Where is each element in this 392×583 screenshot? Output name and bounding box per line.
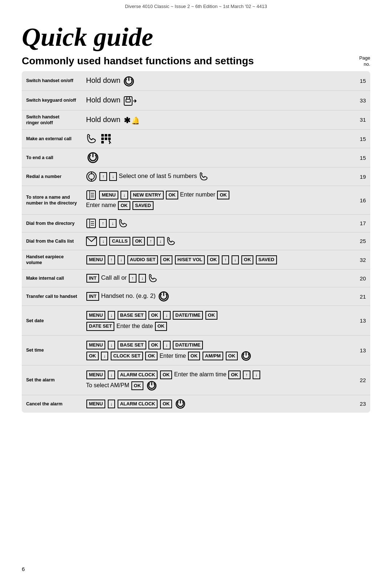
key-up-alarm: ↑ xyxy=(243,371,250,379)
label-cancel-alarm: Cancel the alarm xyxy=(22,395,82,413)
page-cancel-alarm: 23 xyxy=(355,395,370,413)
key-ok-vol1: OK xyxy=(160,255,173,264)
key-up-calls: ↑ xyxy=(147,237,155,246)
label-set-alarm: Set the alarm xyxy=(22,365,82,395)
svg-rect-9 xyxy=(101,134,104,137)
key-down-date1: ↓ xyxy=(108,311,115,320)
label-switch-handset: Switch handset on/off xyxy=(22,71,82,90)
svg-text:🔔: 🔔 xyxy=(131,116,139,125)
key-saved-vol: SAVED xyxy=(256,255,277,264)
page-set-time: 13 xyxy=(355,336,370,365)
svg-rect-5 xyxy=(126,99,130,102)
page-set-date: 13 xyxy=(355,306,370,336)
call-icon-int xyxy=(148,273,158,283)
action-external-call xyxy=(82,130,355,148)
page-dial-directory: 17 xyxy=(355,214,370,232)
key-ok-alarm2: OK xyxy=(228,371,241,379)
action-end-call xyxy=(82,148,355,167)
book-icon-store xyxy=(86,190,96,200)
key-ok-date1: OK xyxy=(148,311,161,320)
keypad-icon xyxy=(101,133,111,144)
top-bar: Diverse 4010 Classic ~ Issue 2 ~ 6th Edi… xyxy=(0,0,392,12)
page-title: Quick guide xyxy=(22,23,370,52)
action-set-date: MENU ↓ BASE SET OK ↓ DATE/TIME OK DATE S… xyxy=(82,306,355,336)
key-ok-store1: OK xyxy=(166,191,178,199)
action-store-directory: MENU ↓ NEW ENTRY OK Enter number OK Ente… xyxy=(82,186,355,215)
svg-rect-11 xyxy=(108,134,111,137)
label-set-date: Set date xyxy=(22,306,82,336)
power-icon-alarm xyxy=(147,381,157,391)
action-ringer: Hold down ✱ 🔔 xyxy=(82,110,355,130)
label-external-call: Make an external call xyxy=(22,130,82,148)
key-down2-vol: ↓ xyxy=(232,255,239,264)
svg-point-19 xyxy=(89,174,94,179)
svg-rect-12 xyxy=(101,138,104,140)
key-down-time3: ↓ xyxy=(101,352,109,360)
book-icon-dial xyxy=(86,218,96,228)
row-dial-directory: Dial from the directory ↑ ↓ xyxy=(22,214,370,232)
svg-rect-13 xyxy=(105,138,107,140)
row-set-time: Set time MENU ↓ BASE SET OK ↓ DATE/TIME … xyxy=(22,336,370,365)
page-redial: 19 xyxy=(355,167,370,186)
key-ok-calls: OK xyxy=(132,237,145,246)
key-down-time2: ↓ xyxy=(163,341,171,349)
key-down-cancel: ↓ xyxy=(108,400,115,408)
svg-rect-14 xyxy=(108,138,111,140)
phone-icon xyxy=(86,133,98,144)
key-up-int: ↑ xyxy=(129,274,136,283)
key-menu-store: MENU xyxy=(99,191,118,199)
action-set-alarm: MENU ↓ ALARM CLOCK OK Enter the alarm ti… xyxy=(82,365,355,395)
row-dial-calls: Dial from the Calls list ↓ CALLS OK ↑ ↓ xyxy=(22,232,370,250)
action-cancel-alarm: MENU ↓ ALARM CLOCK OK xyxy=(82,395,355,413)
row-set-date: Set date MENU ↓ BASE SET OK ↓ DATE/TIME … xyxy=(22,306,370,336)
row-cancel-alarm: Cancel the alarm MENU ↓ ALARM CLOCK OK 2… xyxy=(22,395,370,413)
key-down-vol: ↓ xyxy=(118,255,125,264)
power-icon xyxy=(123,76,134,87)
key-up-vol: ↑ xyxy=(108,255,115,264)
svg-rect-15 xyxy=(101,141,104,143)
key-menu-vol: MENU xyxy=(86,255,105,264)
key-clock-set: CLOCK SET xyxy=(111,352,143,360)
label-store-directory: To store a name andnumber in the directo… xyxy=(22,186,82,215)
page-external-call: 15 xyxy=(355,130,370,148)
page-dial-calls: 25 xyxy=(355,232,370,250)
end-call-power-icon xyxy=(87,152,99,163)
row-ringer: Switch handsetringer on/off Hold down ✱ … xyxy=(22,110,370,130)
key-ok-time3: OK xyxy=(145,352,158,360)
key-new-entry: NEW ENTRY xyxy=(130,191,164,199)
action-internal-call: INT Call all or ↑ ↓ xyxy=(82,270,355,287)
key-date-set: DATE SET xyxy=(86,322,114,331)
label-set-time: Set time xyxy=(22,336,82,365)
label-keyguard: Switch keyguard on/off xyxy=(22,90,82,110)
power-icon-time xyxy=(241,351,251,361)
key-base-set-date: BASE SET xyxy=(118,311,146,320)
action-redial: ↑ ↓ Select one of last 5 numbers xyxy=(82,167,355,186)
functions-table: Switch handset on/off Hold down 15 Switc… xyxy=(22,71,370,413)
page-internal-call: 20 xyxy=(355,270,370,287)
action-dial-calls: ↓ CALLS OK ↑ ↓ xyxy=(82,232,355,250)
key-ampm: AM/PM xyxy=(203,352,223,360)
keyguard-icon xyxy=(123,96,136,106)
key-ok-time1: OK xyxy=(148,341,161,349)
row-switch-handset: Switch handset on/off Hold down 15 xyxy=(22,71,370,90)
label-transfer-call: Transfer call to handset xyxy=(22,287,82,306)
bottom-page-number: 6 xyxy=(22,566,25,572)
key-menu-alarm: MENU xyxy=(86,371,105,379)
key-down-alarm2: ↓ xyxy=(253,371,260,379)
page-no-label: Pageno. xyxy=(359,55,370,68)
key-int: INT xyxy=(86,274,99,283)
label-volume: Handset earpiece volume xyxy=(22,250,82,270)
key-datetime-date: DATE/TIME xyxy=(173,311,203,320)
key-down-dir: ↓ xyxy=(109,219,117,228)
key-down-date2: ↓ xyxy=(163,311,171,320)
label-dial-calls: Dial from the Calls list xyxy=(22,232,82,250)
key-ok-vol3: OK xyxy=(241,255,254,264)
key-menu-cancel: MENU xyxy=(86,400,105,408)
call-icon-dir xyxy=(118,218,128,228)
action-set-time: MENU ↓ BASE SET OK ↓ DATE/TIME OK ↓ CLOC… xyxy=(82,336,355,365)
key-ok-alarm3: OK xyxy=(131,381,144,390)
redial-icon xyxy=(86,171,97,182)
key-int-transfer: INT xyxy=(86,292,99,301)
page-subtitle: Commonly used handset functions and sett… xyxy=(22,55,254,67)
key-ok-date2: OK xyxy=(205,311,218,320)
